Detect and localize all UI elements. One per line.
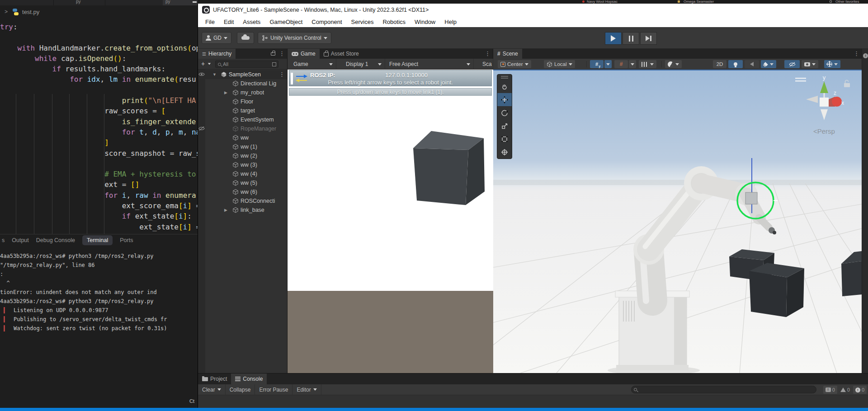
game-toolbar-display-1-dropdown[interactable]: Display 1 [343, 59, 385, 70]
unlock-icon[interactable] [844, 80, 850, 88]
tab-project[interactable]: Project [198, 374, 231, 384]
menu-help[interactable]: Help [440, 19, 461, 25]
perspective-label[interactable]: <Persp [813, 127, 835, 135]
panel-tab-s[interactable]: s [2, 237, 5, 243]
panel-tab-debug-console[interactable]: Debug Console [36, 237, 75, 243]
hierarchy-item-ww-1-[interactable]: ww (1) [198, 142, 287, 151]
hierarchy-item-floor[interactable]: Floor [198, 97, 287, 106]
transform-tool-button[interactable] [497, 145, 512, 159]
menu-component[interactable]: Component [307, 19, 346, 25]
notification-icon[interactable]: ! [863, 53, 868, 58]
game-toolbar-sca-dropdown[interactable]: Sca [479, 59, 493, 70]
menu-robotics[interactable]: Robotics [378, 19, 410, 25]
hierarchy-item-ww-2-[interactable]: ww (2) [198, 151, 287, 160]
hierarchy-item-target[interactable]: target [198, 106, 287, 115]
2d-toggle[interactable]: 2D [713, 60, 726, 68]
console-error-pause-button[interactable]: Error Pause [255, 384, 292, 395]
orientation-dropdown[interactable]: Local [544, 60, 575, 68]
hierarchy-item-ww-3-[interactable]: ww (3) [198, 160, 287, 169]
bookmark-item[interactable]: Omega Seamaster [684, 0, 714, 4]
snap-toggle[interactable]: # [614, 60, 628, 68]
pause-button[interactable] [623, 32, 639, 45]
hierarchy-item-ww-6-[interactable]: ww (6) [198, 187, 287, 196]
menu-assets[interactable]: Assets [238, 19, 265, 25]
account-button[interactable]: GD [202, 32, 231, 44]
hierarchy-item-samplescen[interactable]: ▼SampleScen⋮ [198, 70, 287, 79]
console-error-count[interactable]: !0 [853, 386, 867, 394]
grid-visibility-toggle[interactable]: #y [590, 60, 604, 68]
scene-visibility-toggle[interactable] [784, 60, 800, 68]
scene-orientation-gizmo[interactable]: y z x <Persp [792, 73, 859, 139]
camera-settings-dropdown[interactable] [802, 60, 818, 68]
vscode-status-bar[interactable] [0, 408, 868, 411]
kebab-menu-icon[interactable]: ⋮ [279, 50, 285, 57]
menu-services[interactable]: Services [347, 19, 378, 25]
console-collapse-button[interactable]: Collapse [226, 384, 255, 395]
hierarchy-item-directional-lig[interactable]: Directional Lig [198, 79, 287, 88]
hierarchy-item-ropemanager[interactable]: RopeManager [198, 124, 287, 133]
menu-file[interactable]: File [201, 19, 219, 25]
scene-lighting-toggle[interactable] [728, 60, 743, 68]
console-warning-count[interactable]: 0 [838, 386, 852, 394]
hierarchy-item-link-base[interactable]: ▶link_base [198, 206, 287, 215]
kebab-menu-icon[interactable]: ⋮ [854, 50, 859, 57]
tab-console[interactable]: Console [231, 374, 267, 384]
breadcrumb[interactable]: > test.py [0, 5, 198, 18]
terminal-panel[interactable]: 4aa53b295a:/ros2_ws# python3 /tmp/ros2_r… [0, 246, 198, 402]
gizmos-dropdown[interactable] [824, 60, 840, 68]
hierarchy-item-ww-4-[interactable]: ww (4) [198, 169, 287, 178]
kebab-menu-icon[interactable]: ⋮ [485, 50, 491, 57]
ros2-ip-value[interactable]: 127.0.0.1:10000 [385, 72, 428, 79]
drag-handle[interactable] [497, 75, 512, 80]
scale-tool-button[interactable] [497, 119, 512, 132]
draw-mode-dropdown[interactable] [665, 60, 682, 68]
grid-options-dropdown[interactable] [604, 60, 612, 68]
pivot-mode-dropdown[interactable]: Center [498, 60, 531, 68]
snap-options-dropdown[interactable] [629, 60, 636, 68]
hierarchy-item-rosconnecti[interactable]: ROSConnecti [198, 196, 287, 206]
version-control-button[interactable]: Unity Version Control [258, 32, 331, 44]
code-editor[interactable]: try: with HandLandmarker.create_from_opt… [0, 18, 198, 234]
hierarchy-item-ww-5-[interactable]: ww (5) [198, 178, 287, 187]
add-gameobject-button[interactable]: + [201, 60, 205, 67]
chevron-down-icon[interactable] [208, 63, 211, 65]
game-toolbar-game-dropdown[interactable]: Game [290, 59, 336, 70]
game-toolbar-free-aspect-dropdown[interactable]: Free Aspect [386, 59, 474, 70]
unity-title-bar[interactable]: UFACTORY_Lite6 - SampleScene - Windows, … [198, 4, 868, 16]
console-message-count[interactable]: !0 [823, 386, 837, 394]
scene-viewport[interactable]: y z x <Persp [493, 70, 862, 373]
console-clear-button[interactable]: Clear [198, 384, 226, 395]
tab-hierarchy[interactable]: ☰ Hierarchy [198, 49, 236, 59]
picker-icon[interactable] [272, 62, 276, 66]
hierarchy-item-my-robot[interactable]: ▶my_robot [198, 88, 287, 97]
hierarchy-item-ww[interactable]: ww [198, 133, 287, 142]
menu-gameobject[interactable]: GameObject [265, 19, 307, 25]
game-viewport[interactable]: ROS2 IP: 127.0.0.1:10000 Press left/righ… [288, 70, 493, 373]
expand-arrow-icon[interactable]: ▼ [212, 72, 217, 77]
menu-edit[interactable]: Edit [219, 19, 238, 25]
tab-scene[interactable]: # Scene [493, 49, 522, 59]
editor-tab-strip[interactable]: pypy [0, 0, 198, 5]
kebab-menu-icon[interactable]: ⋮ [279, 71, 285, 78]
step-button[interactable] [640, 32, 657, 45]
tab-asset-store[interactable]: Asset Store [320, 49, 363, 59]
menu-window[interactable]: Window [410, 19, 440, 25]
eye-icon[interactable] [198, 72, 205, 77]
snap-increment-button[interactable] [639, 60, 656, 68]
console-search-input[interactable] [631, 386, 816, 393]
view-tool-button[interactable] [497, 80, 512, 93]
panel-tab-ports[interactable]: Ports [120, 237, 133, 243]
cloud-button[interactable] [237, 32, 254, 44]
effects-dropdown[interactable] [761, 60, 776, 68]
lock-icon[interactable] [271, 52, 275, 56]
scene-audio-toggle[interactable] [745, 60, 759, 68]
bookmark-item[interactable]: Other favorites [835, 0, 859, 4]
hierarchy-item-eventsystem[interactable]: EventSystem [198, 115, 287, 124]
rotate-tool-button[interactable] [497, 106, 512, 119]
play-button[interactable] [605, 32, 622, 45]
bookmark-item[interactable]: Navy Wool Hopsac [587, 0, 618, 4]
panel-tab-terminal[interactable]: Terminal [82, 235, 113, 245]
hierarchy-search-input[interactable]: All [215, 61, 278, 68]
expand-arrow-icon[interactable]: ▶ [224, 90, 227, 95]
eye-off-icon[interactable] [198, 126, 205, 131]
